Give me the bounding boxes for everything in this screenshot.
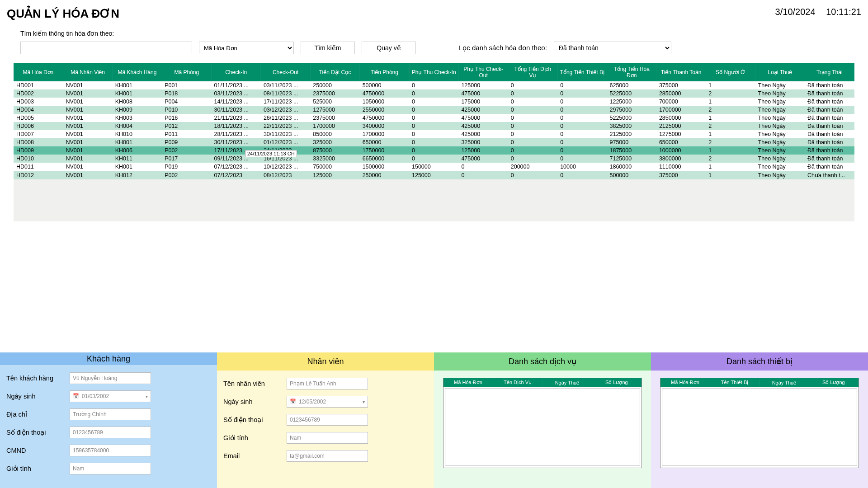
mini-column-header[interactable]: Ngày Thuê bbox=[542, 378, 592, 387]
column-header[interactable]: Mã Hóa Đơn bbox=[14, 63, 63, 81]
column-header[interactable]: Số Người Ở bbox=[706, 63, 755, 81]
employee-panel: Nhân viên Tên nhân viênPhạm Lê Tuấn AnhN… bbox=[217, 352, 434, 488]
table-cell: 0 bbox=[409, 81, 458, 89]
search-input[interactable] bbox=[20, 42, 192, 54]
column-header[interactable]: Trạng Thái bbox=[805, 63, 854, 81]
table-cell: HD005 bbox=[14, 114, 63, 122]
column-header[interactable]: Mã Khách Hàng bbox=[113, 63, 162, 81]
table-cell: 0 bbox=[409, 98, 458, 106]
table-cell: HD001 bbox=[14, 81, 63, 89]
mini-column-header[interactable]: Số Lượng bbox=[592, 378, 641, 387]
column-header[interactable]: Check-Out bbox=[261, 63, 310, 81]
table-row[interactable]: HD006NV001KH004P01218/11/2023 ...22/11/2… bbox=[14, 122, 854, 130]
table-cell: 1225000 bbox=[607, 98, 656, 106]
table-cell: 1 bbox=[706, 130, 755, 138]
customer-field-label: CMND bbox=[6, 447, 70, 454]
table-cell: 2550000 bbox=[360, 106, 409, 114]
column-header[interactable]: Tổng Tiền Dịch Vụ bbox=[508, 63, 557, 81]
customer-field-input[interactable]: 📅01/03/2002▾ bbox=[70, 390, 151, 402]
service-panel-title: Danh sách dịch vụ bbox=[434, 352, 651, 371]
table-cell: 03/11/2023 ... bbox=[212, 89, 261, 98]
table-row[interactable]: HD005NV001KH003P01621/11/2023 ...26/11/2… bbox=[14, 114, 854, 122]
table-row[interactable]: HD012NV001KH012P00207/12/202308/12/20231… bbox=[14, 171, 854, 179]
column-header[interactable]: Mã Nhân Viên bbox=[63, 63, 112, 81]
table-cell: P001 bbox=[162, 81, 211, 89]
customer-panel-title: Khách hàng bbox=[0, 352, 217, 365]
employee-field-input[interactable]: Phạm Lê Tuấn Anh bbox=[287, 378, 368, 389]
table-row[interactable]: HD004NV001KH009P01030/11/2023 ...03/12/2… bbox=[14, 106, 854, 114]
mini-column-header[interactable]: Số Lượng bbox=[809, 378, 858, 387]
column-header[interactable]: Check-In bbox=[212, 63, 261, 81]
mini-column-header[interactable]: Tên Thiết Bị bbox=[710, 378, 759, 387]
table-cell: 500000 bbox=[360, 81, 409, 89]
column-header[interactable]: Phụ Thu Check-In bbox=[409, 63, 458, 81]
table-cell: 0 bbox=[557, 130, 607, 138]
table-row[interactable]: HD009NV001KH006P00217/11/2023 ...24/11/2… bbox=[14, 146, 854, 155]
mini-column-header[interactable]: Tên Dịch Vụ bbox=[493, 378, 542, 387]
calendar-icon: 📅 bbox=[290, 399, 296, 405]
filter-select[interactable]: Đã thanh toán bbox=[554, 42, 671, 54]
column-header[interactable]: Loại Thuê bbox=[755, 63, 805, 81]
table-cell: 1 bbox=[706, 163, 755, 171]
column-header[interactable]: Tiền Phòng bbox=[360, 63, 409, 81]
table-cell: 125000 bbox=[310, 171, 359, 179]
table-row[interactable]: HD002NV001KH001P01803/11/2023 ...08/11/2… bbox=[14, 89, 854, 98]
column-header[interactable]: Tổng Tiền Thiết Bị bbox=[557, 63, 607, 81]
table-cell: KH012 bbox=[113, 171, 162, 179]
table-cell: Theo Ngày bbox=[755, 138, 805, 146]
service-table[interactable]: Mã Hóa ĐơnTên Dịch VụNgày ThuêSố Lượng bbox=[443, 378, 642, 468]
table-cell: 0 bbox=[458, 171, 508, 179]
column-header[interactable]: Tổng Tiền Hóa Đơn bbox=[607, 63, 656, 81]
invoice-table[interactable]: Mã Hóa ĐơnMã Nhân ViênMã Khách HàngMã Ph… bbox=[14, 63, 854, 179]
employee-field-input[interactable]: ta@gmail.com bbox=[287, 450, 368, 462]
customer-field-input[interactable]: Vũ Nguyễn Hoàng bbox=[70, 372, 151, 384]
table-cell: 03/11/2023 ... bbox=[261, 81, 310, 89]
customer-field-label: Giới tính bbox=[6, 465, 70, 472]
search-field-select[interactable]: Mã Hóa Đơn bbox=[199, 42, 294, 54]
table-cell: 07/12/2023 ... bbox=[212, 163, 261, 171]
table-cell: 500000 bbox=[607, 171, 656, 179]
mini-column-header[interactable]: Mã Hóa Đơn bbox=[443, 378, 493, 387]
table-row[interactable]: HD010NV001KH011P01709/11/2023 ...16/11/2… bbox=[14, 155, 854, 163]
employee-field-input[interactable]: 📅12/05/2002▾ bbox=[287, 396, 368, 408]
table-row[interactable]: HD008NV001KH001P00930/11/2023 ...01/12/2… bbox=[14, 138, 854, 146]
column-header[interactable]: Mã Phòng bbox=[162, 63, 211, 81]
table-cell: KH001 bbox=[113, 138, 162, 146]
table-cell: 0 bbox=[458, 163, 508, 171]
table-cell: 1860000 bbox=[607, 163, 656, 171]
table-cell: 2 bbox=[706, 89, 755, 98]
cell-tooltip: 24/11/2023 11:13 CH bbox=[245, 150, 297, 157]
table-cell: KH008 bbox=[113, 98, 162, 106]
customer-field-input[interactable]: Nam bbox=[70, 463, 151, 474]
table-row[interactable]: HD011NV001KH001P01907/12/2023 ...10/12/2… bbox=[14, 163, 854, 171]
column-header[interactable]: Tiền Thanh Toán bbox=[656, 63, 706, 81]
mini-column-header[interactable]: Ngày Thuê bbox=[760, 378, 809, 387]
table-cell: Theo Ngày bbox=[755, 81, 805, 89]
column-header[interactable]: Phụ Thu Check-Out bbox=[458, 63, 508, 81]
search-button[interactable]: Tìm kiếm bbox=[301, 42, 355, 54]
table-cell: 18/11/2023 ... bbox=[212, 122, 261, 130]
table-cell: 22/11/2023 ... bbox=[261, 122, 310, 130]
mini-column-header[interactable]: Mã Hóa Đơn bbox=[660, 378, 710, 387]
table-cell: 0 bbox=[508, 138, 557, 146]
customer-field-input[interactable]: Trường Chính bbox=[70, 408, 151, 420]
table-row[interactable]: HD007NV001KH010P01128/11/2023 ...30/11/2… bbox=[14, 130, 854, 138]
customer-field-input[interactable]: 0123456789 bbox=[70, 427, 151, 438]
table-cell: Theo Ngày bbox=[755, 163, 805, 171]
back-button[interactable]: Quay về bbox=[362, 42, 416, 54]
chevron-down-icon: ▾ bbox=[363, 399, 365, 404]
table-cell: P010 bbox=[162, 106, 211, 114]
table-cell: Theo Ngày bbox=[755, 106, 805, 114]
service-panel: Danh sách dịch vụ Mã Hóa ĐơnTên Dịch VụN… bbox=[434, 352, 651, 488]
table-row[interactable]: HD001NV001KH001P00101/11/2023 ...03/11/2… bbox=[14, 81, 854, 89]
table-cell: 0 bbox=[508, 106, 557, 114]
customer-field-input[interactable]: 159635784000 bbox=[70, 445, 151, 456]
table-row[interactable]: HD003NV001KH008P00414/11/2023 ...17/11/2… bbox=[14, 98, 854, 106]
table-cell: 2 bbox=[706, 138, 755, 146]
employee-field-input[interactable]: Nam bbox=[287, 432, 368, 444]
employee-field-input[interactable]: 0123456789 bbox=[287, 414, 368, 426]
table-cell: HD004 bbox=[14, 106, 63, 114]
column-header[interactable]: Tiền Đặt Cọc bbox=[310, 63, 359, 81]
table-cell: HD010 bbox=[14, 155, 63, 163]
equipment-table[interactable]: Mã Hóa ĐơnTên Thiết BịNgày ThuêSố Lượng bbox=[660, 378, 859, 468]
